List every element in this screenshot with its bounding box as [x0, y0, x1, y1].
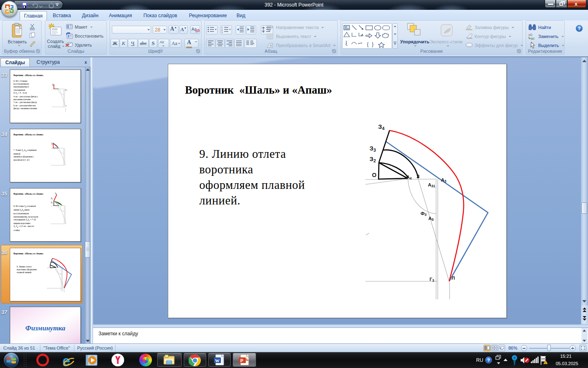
- svg-text:Г3: Г3: [430, 277, 434, 283]
- svg-text:З2: З2: [52, 84, 54, 86]
- svg-text:}: }: [371, 41, 374, 47]
- svg-text:W: W: [215, 358, 220, 363]
- svg-text:З3: З3: [51, 197, 53, 200]
- svg-text:А31: А31: [65, 89, 67, 91]
- svg-text:З4: З4: [55, 193, 57, 195]
- svg-text:А4: А4: [406, 175, 412, 180]
- svg-text:А: А: [271, 25, 274, 29]
- svg-text:З3: З3: [370, 145, 376, 153]
- svg-text:!: !: [545, 361, 546, 364]
- svg-text:А5: А5: [428, 216, 434, 222]
- svg-text:{: {: [366, 41, 369, 47]
- svg-text:Л: Л: [66, 105, 67, 107]
- svg-text:Л: Л: [452, 276, 455, 280]
- svg-text:З4: З4: [378, 123, 385, 131]
- svg-text:ac: ac: [531, 36, 535, 40]
- svg-text:З: З: [416, 174, 420, 180]
- svg-text:А3: А3: [441, 177, 446, 183]
- svg-text:А31: А31: [428, 182, 435, 188]
- svg-text:О: О: [372, 172, 376, 178]
- svg-text:P: P: [241, 358, 243, 363]
- svg-text:З2: З2: [51, 202, 53, 204]
- svg-text:З2: З2: [370, 155, 376, 163]
- svg-text:Ф3: Ф3: [421, 211, 427, 217]
